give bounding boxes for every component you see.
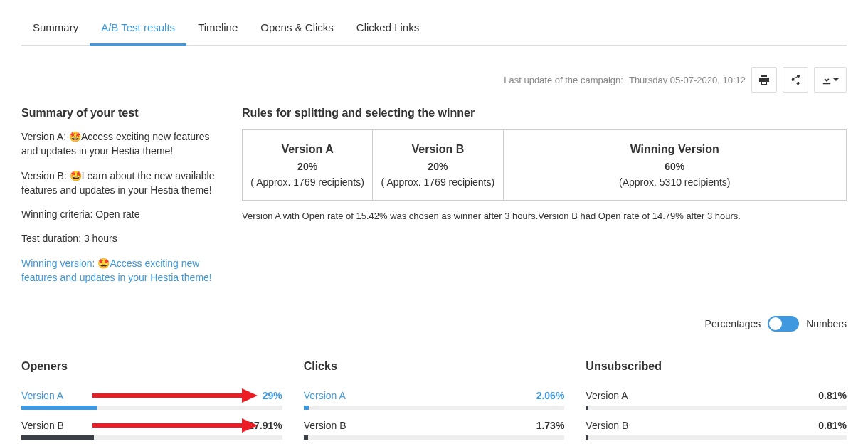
metric-bar [586,435,847,440]
metric-row: Version B0.81% [586,420,847,440]
metric-bar [586,406,847,410]
metrics: OpenersVersion A29%Version B27.91%Winnin… [21,360,847,444]
metric-row: Version B27.91% [21,420,282,440]
toolbar: Last update of the campaign: Thursday 05… [21,67,847,92]
summary-version-a: Version A: 🤩Access exciting new features… [21,130,221,159]
rules-heading: Rules for splitting and selecting the wi… [242,107,847,120]
summary-version-b: Version B: 🤩Learn about the new availabl… [21,169,221,198]
metric-row: Version B1.73% [304,420,565,440]
toggle-label-right: Numbers [806,318,847,329]
metric-bar [304,406,565,410]
metric-row: Version A29% [21,390,282,410]
rules-cell-version-a: Version A 20% ( Approx. 1769 recipients) [243,130,373,200]
rules-approx: (Approx. 5310 recipients) [509,174,841,190]
content: Summary of your test Version A: 🤩Access … [21,107,847,295]
metric-col: ClicksVersion A2.06%Version B1.73%Winnin… [304,360,565,444]
metric-heading: Openers [21,360,282,373]
metric-label[interactable]: Version A [21,390,63,401]
emoji-icon: 🤩 [69,130,81,144]
rules-approx: ( Approx. 1769 recipients) [379,174,497,190]
metric-value: 0.81% [818,390,847,401]
metric-label: Version A [586,390,628,401]
rules-cell-version-b: Version B 20% ( Approx. 1769 recipients) [373,130,503,200]
tab-clicked-links[interactable]: Clicked Links [345,14,430,45]
metric-bar [21,406,282,410]
rules-approx: ( Approx. 1769 recipients) [248,174,366,190]
percentages-numbers-toggle[interactable] [768,316,799,332]
caret-down-icon [833,77,839,83]
summary-duration: Test duration: 3 hours [21,231,221,245]
share-icon [790,74,801,85]
metric-value: 1.73% [536,420,565,431]
metric-row: Version A0.81% [586,390,847,410]
metric-heading: Unsubscribed [586,360,847,373]
metric-col: UnsubscribedVersion A0.81%Version B0.81%… [586,360,847,444]
metric-label: Version B [21,420,64,431]
rules-panel: Rules for splitting and selecting the wi… [242,107,847,295]
last-update-label: Last update of the campaign: [504,75,623,85]
summary-criteria: Winning criteria: Open rate [21,207,221,221]
toggle-label-left: Percentages [705,318,761,329]
metric-value: 2.06% [536,390,565,401]
download-button[interactable] [814,67,847,92]
rules-cell-winning: Winning Version 60% (Approx. 5310 recipi… [504,130,847,200]
rules-title: Winning Version [509,140,841,159]
metric-col: OpenersVersion A29%Version B27.91%Winnin… [21,360,282,444]
metric-bar [304,435,565,440]
download-icon [822,75,832,85]
rules-pct: 20% [248,159,366,174]
rules-title: Version B [379,140,497,159]
tabs: Summary A/B Test results Timeline Opens … [21,14,847,46]
rules-pct: 20% [379,159,497,174]
metric-bar [21,435,282,440]
metric-heading: Clicks [304,360,565,373]
tab-timeline[interactable]: Timeline [186,14,249,45]
emoji-icon: 🤩 [70,169,82,183]
rules-title: Version A [248,140,366,159]
last-update-value: Thursday 05-07-2020, 10:12 [629,75,746,85]
summary-heading: Summary of your test [21,107,221,120]
rules-table: Version A 20% ( Approx. 1769 recipients)… [242,130,847,201]
metric-label: Version B [586,420,628,431]
summary-winning[interactable]: Winning version: 🤩Access exciting new fe… [21,256,221,285]
metric-row: Version A2.06% [304,390,565,410]
annotation-arrow [92,393,258,398]
metric-label: Version B [304,420,346,431]
annotation-arrow [92,423,258,428]
print-icon [758,74,770,85]
emoji-icon: 🤩 [97,256,110,270]
toggle-row: Percentages Numbers [21,316,847,332]
tab-ab-test-results[interactable]: A/B Test results [90,14,186,46]
metric-label[interactable]: Version A [304,390,346,401]
summary-panel: Summary of your test Version A: 🤩Access … [21,107,221,295]
share-button[interactable] [783,67,808,92]
metric-value: 0.81% [818,420,847,431]
rules-pct: 60% [509,159,841,174]
rules-note: Version A with Open rate of 15.42% was c… [242,211,847,221]
tab-opens-clicks[interactable]: Opens & Clicks [249,14,345,45]
print-button[interactable] [751,67,777,92]
tab-summary[interactable]: Summary [21,14,90,45]
metric-value: 29% [263,390,282,401]
